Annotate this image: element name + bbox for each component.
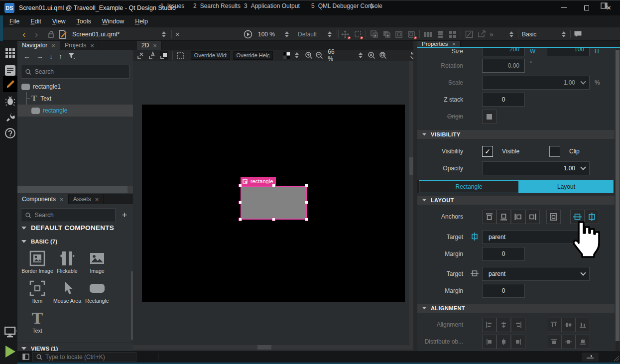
help-mode-icon[interactable] — [3, 126, 17, 140]
resize-handle-e[interactable] — [305, 201, 308, 204]
kit-selector-spinner[interactable] — [509, 27, 513, 41]
rows-layout-icon[interactable] — [436, 30, 445, 39]
close-tab-icon[interactable]: × — [60, 196, 64, 203]
tab-rectangle-properties[interactable]: Rectangle — [419, 180, 519, 193]
section-layout[interactable]: LAYOUT — [417, 196, 615, 205]
design-mode-icon[interactable] — [3, 76, 17, 92]
style-selector[interactable]: Default — [298, 27, 317, 41]
override-width-field[interactable] — [191, 51, 230, 60]
snap-grid-icon[interactable] — [160, 51, 168, 60]
menu-help[interactable]: Help — [130, 16, 152, 26]
resize-handle-w[interactable] — [239, 201, 242, 204]
debug-mode-icon[interactable] — [3, 94, 17, 108]
maximize-button[interactable] — [575, 0, 598, 15]
close-tab-icon[interactable]: × — [153, 42, 157, 49]
move-down-icon[interactable]: ↓ — [49, 52, 53, 60]
move-tool-icon[interactable] — [341, 30, 350, 39]
close-tab-icon[interactable]: × — [90, 42, 94, 49]
tab-2d[interactable]: 2D× — [137, 41, 162, 50]
back-button[interactable]: ‹ — [22, 27, 25, 41]
anchor-left-button[interactable] — [511, 210, 525, 224]
align-right-button[interactable] — [511, 318, 525, 332]
zoom-fit-icon[interactable] — [379, 51, 387, 60]
tab-properties[interactable]: Properties× — [417, 41, 461, 47]
pane-search-results[interactable]: 2Search Results — [193, 0, 241, 11]
close-tab-icon[interactable]: × — [452, 40, 456, 48]
align-top-button[interactable] — [547, 318, 561, 332]
menu-view[interactable]: View — [48, 16, 70, 26]
components-search-input[interactable] — [35, 212, 111, 219]
override-width-input[interactable] — [194, 52, 227, 58]
document-selector-spinner[interactable] — [162, 27, 166, 41]
menu-window[interactable]: Window — [98, 16, 128, 26]
panes-spinner[interactable] — [370, 0, 373, 11]
menu-tools[interactable]: Tools — [72, 16, 96, 26]
background-spinner[interactable] — [295, 52, 299, 58]
section-alignment[interactable]: ALIGNMENT — [417, 304, 615, 313]
snap-anchor-icon[interactable] — [148, 51, 157, 60]
resize-handle-ne[interactable] — [305, 184, 308, 187]
distribute-left-button[interactable] — [482, 335, 496, 349]
kit-selector-monitor-icon[interactable] — [3, 324, 17, 341]
anchor-top-button[interactable] — [482, 210, 496, 224]
tab-assets[interactable]: Assets× — [69, 194, 104, 204]
close-tab-icon[interactable]: × — [95, 196, 99, 203]
navigator-hscrollbar[interactable] — [17, 186, 133, 193]
filter-icon[interactable] — [68, 53, 75, 59]
component-border-image[interactable]: Border Image — [21, 250, 53, 274]
section-visibility[interactable]: VISIBILITY — [417, 130, 615, 139]
tab-navigator[interactable]: Navigator× — [17, 41, 60, 50]
z-stack-field[interactable]: 0 — [482, 93, 525, 107]
component-item[interactable]: Item — [21, 280, 53, 304]
copy-format-icon[interactable] — [370, 30, 378, 39]
style-selector-spinner[interactable] — [328, 27, 332, 41]
override-height-input[interactable] — [237, 52, 269, 58]
anchor-bottom-button[interactable] — [496, 210, 511, 224]
locate-input[interactable] — [45, 354, 132, 361]
tab-components[interactable]: Components× — [17, 194, 69, 204]
distribute-center-h-button[interactable] — [496, 335, 511, 349]
navigator-search-input[interactable] — [35, 68, 125, 75]
edit-mode-icon[interactable] — [3, 63, 17, 77]
align-bottom-button[interactable] — [576, 318, 590, 332]
selection-tool-icon[interactable] — [353, 30, 362, 39]
sidebar-toggle-icon[interactable] — [22, 351, 29, 363]
grid-layout-icon[interactable] — [448, 30, 457, 39]
properties-vscrollbar[interactable] — [616, 49, 620, 351]
zoom-out-icon[interactable] — [315, 51, 323, 60]
resize-handle-nw[interactable] — [239, 184, 242, 187]
tab-projects[interactable]: Projects× — [60, 41, 99, 50]
align-left-button[interactable] — [482, 318, 496, 332]
align-center-v-button[interactable] — [561, 318, 576, 332]
resize-handle-s[interactable] — [272, 218, 275, 221]
scrollbar-thumb[interactable] — [17, 186, 127, 193]
section-basic[interactable]: BASIC (7) — [21, 239, 57, 244]
move-forward-icon[interactable]: → — [36, 52, 43, 60]
scrollbar-thumb[interactable] — [257, 345, 271, 350]
distribute-center-v-button[interactable] — [561, 335, 576, 349]
distribute-top-button[interactable] — [547, 335, 561, 349]
canvas-hscrollbar[interactable] — [133, 345, 413, 350]
anchor-fill-button[interactable] — [546, 210, 561, 224]
scale-dropdown[interactable]: 1.00 — [482, 76, 590, 90]
scrollbar-thumb[interactable] — [409, 157, 413, 175]
resize-handle-se[interactable] — [305, 218, 308, 221]
component-image[interactable]: Image — [81, 250, 113, 274]
distribute-bottom-button[interactable] — [576, 335, 590, 349]
distribute-right-button[interactable] — [511, 335, 525, 349]
zoom-in-icon[interactable] — [305, 51, 313, 60]
progress-details-button[interactable] — [582, 353, 599, 362]
visible-checkbox[interactable]: ✓ — [482, 146, 493, 157]
close-document-button[interactable]: × — [175, 27, 180, 41]
projects-mode-icon[interactable] — [3, 110, 17, 124]
run-preview-button[interactable] — [244, 27, 252, 41]
locate-field[interactable] — [32, 352, 136, 362]
kit-spinner[interactable] — [562, 27, 566, 41]
close-tab-icon[interactable]: × — [51, 42, 55, 49]
move-up-icon[interactable]: ↑ — [59, 52, 62, 60]
snap-position-icon[interactable] — [137, 51, 145, 60]
overflow-chevrons[interactable]: » — [490, 30, 494, 38]
add-module-button[interactable]: + — [119, 208, 130, 222]
feedback-bubble-icon[interactable] — [574, 27, 582, 41]
zoom-spinner[interactable] — [285, 27, 289, 41]
